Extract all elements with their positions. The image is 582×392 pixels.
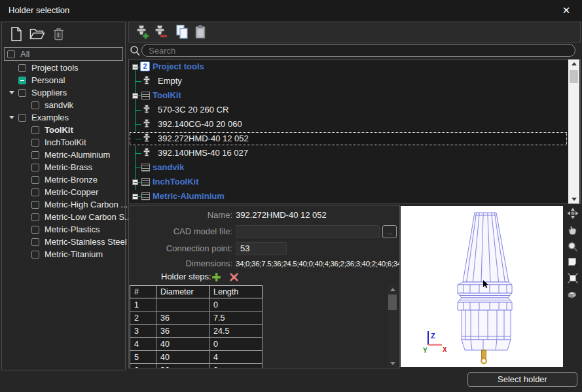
column-length[interactable]: Length [209,286,263,298]
remove-holder-button[interactable] [151,24,168,41]
tree-item-holder-selected[interactable]: 392.272HMD-40 12 052 [129,132,568,146]
tree-item-metric-plastics[interactable]: Metric-Plastics [2,223,125,236]
checkbox[interactable] [31,226,39,234]
table-row[interactable]: 6 36 2 [130,364,263,369]
filter-all-row[interactable]: All [4,47,123,61]
tree-item-inchtoolkit[interactable]: InchToolKit [2,136,125,149]
column-diameter[interactable]: Diameter [156,286,209,298]
collapse-icon[interactable] [132,194,138,200]
checkbox[interactable] [18,89,26,97]
collapse-icon[interactable] [132,64,138,70]
connection-point-input[interactable]: 53 [236,242,287,255]
table-scrollbar[interactable] [388,285,397,367]
add-holder-button[interactable] [133,24,150,41]
checkbox[interactable] [18,64,26,72]
checkbox[interactable] [31,201,39,209]
tree-item-metric-copper[interactable]: Metric-Copper [2,186,125,198]
table-row[interactable]: 2 36 7.5 [130,312,263,325]
select-holder-button[interactable]: Select holder [467,372,577,387]
tree-item-examples[interactable]: Examples [2,111,125,124]
name-value[interactable]: 392.272HMD-40 12 052 [236,209,327,222]
checkbox[interactable] [31,238,39,246]
checkbox[interactable] [31,251,39,258]
paste-button[interactable] [192,24,209,41]
tree-item-suppliers[interactable]: Suppliers [2,86,125,99]
tree-item-toolkit[interactable]: ToolKit [2,124,125,136]
scroll-up-icon[interactable] [568,60,579,69]
column-number[interactable]: # [130,286,156,298]
tree-group-project-tools[interactable]: Project tools [129,60,568,74]
checkbox[interactable] [31,164,39,171]
add-step-icon[interactable] [211,272,221,282]
title-bar: Holder selection ✕ [0,0,582,21]
tree-group-inchtoolkit[interactable]: InchToolKit [129,175,568,189]
view-toolbar [564,207,581,367]
checkbox-partial[interactable] [18,77,26,84]
tree-scrollbar[interactable] [568,60,579,204]
tree-item-personal[interactable]: Personal [2,74,125,86]
tree-group-toolkit[interactable]: ToolKit [129,88,568,103]
tree-item-metric-brass[interactable]: Metric-Brass [2,161,125,173]
zoom-window-icon[interactable] [567,257,579,268]
checkbox[interactable] [31,213,39,221]
table-row[interactable]: 1 0 [130,298,263,312]
checkbox[interactable] [31,139,39,147]
tree-group-metric-aluminium[interactable]: Metric-Aluminium [129,189,568,204]
scroll-down-icon[interactable] [568,194,579,204]
checkbox[interactable] [31,126,39,134]
scrollbar-thumb[interactable] [388,294,397,310]
tree-item-metric-bronze[interactable]: Metric-Bronze [2,173,125,186]
tree-item-metric-stainless-steel[interactable]: Metric-Stainless Steel [2,236,125,248]
zoom-view-icon[interactable] [567,241,579,253]
search-input[interactable] [141,44,575,57]
copy-button[interactable] [174,24,191,41]
tree-item-holder[interactable]: 392.140HMS-40 16 027 [129,146,568,160]
pan-view-icon[interactable] [567,224,579,236]
open-folder-icon[interactable] [29,27,45,41]
add-holder-icon [133,24,150,41]
all-checkbox[interactable] [7,50,15,58]
browse-button[interactable]: ... [382,225,397,238]
checkbox[interactable] [31,101,39,109]
collapse-icon[interactable] [132,93,138,99]
toolkit-icon [141,92,150,99]
scrollbar-thumb[interactable] [570,70,578,83]
tree-group-sandvik[interactable]: sandvik [129,160,568,175]
dimensions-value[interactable]: 34;0;36;7.5;36;24.5;40;0;40;4;36;2;36;3;… [236,257,400,270]
new-document-icon[interactable] [10,27,23,41]
zoom-fit-icon[interactable] [567,272,579,284]
tree-item-sandvik[interactable]: sandvik [2,99,125,111]
close-icon[interactable]: ✕ [558,3,574,18]
scroll-up-icon[interactable] [388,285,397,294]
delete-step-icon[interactable] [229,272,239,282]
library-tree: Project tools Personal Suppliers sandvik… [2,62,125,370]
checkbox[interactable] [31,188,39,196]
tree-item-metric-aluminium[interactable]: Metric-Aluminium [2,149,125,161]
axis-x-label: X [443,346,447,353]
holder-3d-preview[interactable]: Z Y X [401,206,563,367]
table-row[interactable]: 4 40 0 [130,338,263,351]
toolkit-icon [141,192,150,200]
checkbox[interactable] [31,176,39,184]
scroll-down-icon[interactable] [388,359,397,367]
table-row[interactable]: 5 40 4 [130,351,263,364]
tree-item-holder[interactable]: 570-3C 20 260 CR [129,103,568,117]
tree-item-metric-low-carbon[interactable]: Metric-Low Carbon S... [2,211,125,223]
tree-item-metric-titanium[interactable]: Metric-Titanium [2,248,125,260]
chevron-down-icon[interactable] [9,116,14,119]
cad-model-file-input[interactable] [236,225,380,238]
copy-icon [174,24,190,40]
checkbox[interactable] [18,114,26,122]
tree-item-project-tools[interactable]: Project tools [2,62,125,74]
table-row[interactable]: 3 36 24.5 [130,325,263,338]
chevron-down-icon[interactable] [9,91,14,94]
rotate-view-icon[interactable] [567,207,579,219]
tree-item-metric-high-carbon[interactable]: Metric-High Carbon ... [2,198,125,211]
tree-item-empty[interactable]: Empty [129,74,568,88]
collapse-icon[interactable] [132,179,138,185]
tree-item-holder[interactable]: 392.140CG-40 20 060 [129,117,568,132]
view-orientation-icon[interactable] [567,289,579,300]
checkbox[interactable] [31,151,39,159]
delete-icon[interactable] [53,27,64,41]
axis-z-label: Z [431,332,435,340]
